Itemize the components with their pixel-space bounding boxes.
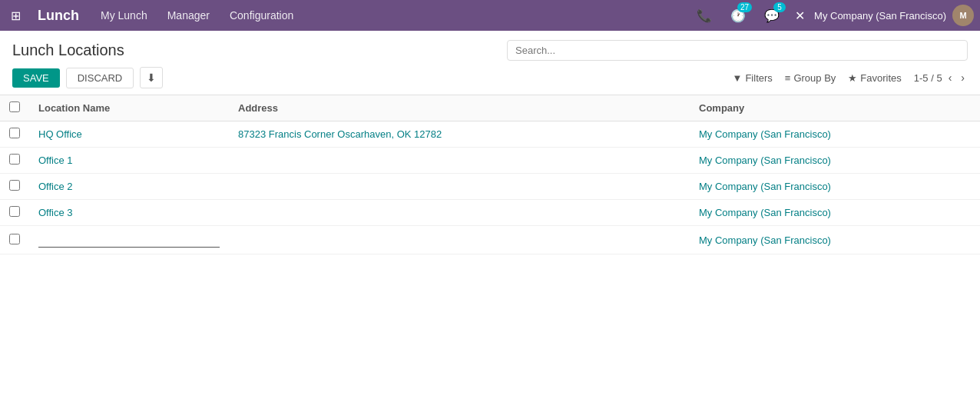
search-input[interactable] [507,40,968,61]
nav-configuration[interactable]: Configuration [220,3,303,28]
row-checkbox-cell [0,148,29,174]
notifications-btn[interactable]: 🕐 27 [724,5,752,26]
cell-location-name: Office 3 [29,200,229,226]
nav-manager[interactable]: Manager [158,3,219,28]
close-icon[interactable]: ✕ [792,5,808,26]
data-table: Location Name Address Company HQ Office … [0,95,980,254]
new-row-checkbox[interactable] [9,234,20,244]
table-row: Office 2 My Company (San Francisco) [0,174,980,200]
messages-btn[interactable]: 💬 5 [758,5,786,26]
prev-page-button[interactable]: ‹ [945,70,955,85]
company-link[interactable]: My Company (San Francisco) [699,155,831,166]
page-title: Lunch Locations [12,42,124,59]
groupby-button[interactable]: ≡ Group By [785,72,836,84]
cell-location-name: HQ Office [29,121,229,148]
avatar[interactable]: M [952,5,974,26]
table-row: Office 1 My Company (San Francisco) [0,148,980,174]
favorites-button[interactable]: ★ Favorites [848,72,901,84]
cell-address [229,174,690,200]
location-name-link[interactable]: HQ Office [38,128,82,140]
table-row: HQ Office 87323 Francis Corner Oscarhave… [0,121,980,148]
location-name-link[interactable]: Office 2 [38,181,73,192]
row-checkbox[interactable] [9,206,20,217]
table-row: Office 3 My Company (San Francisco) [0,200,980,226]
filter-icon: ▼ [733,72,743,84]
discard-button[interactable]: DISCARD [66,68,134,88]
new-row-company-link[interactable]: My Company (San Francisco) [699,234,831,246]
row-checkbox[interactable] [9,154,20,165]
grid-icon[interactable]: ⊞ [6,8,25,23]
download-button[interactable]: ⬇ [140,67,163,88]
new-location-name-input[interactable] [38,232,220,248]
cell-address [229,148,690,174]
phone-icon-btn[interactable]: 📞 [690,5,718,26]
notifications-badge: 27 [737,2,752,12]
cell-company: My Company (San Francisco) [690,148,980,174]
row-checkbox-cell [0,121,29,148]
main-content: Lunch Locations SAVE DISCARD ⬇ ▼ Filters… [0,31,980,399]
page-header: Lunch Locations [0,31,980,61]
topbar: ⊞ Lunch My Lunch Manager Configuration 📞… [0,0,980,31]
header-location-name: Location Name [29,95,229,121]
new-row-checkbox-cell [0,226,29,254]
header-address: Address [229,95,690,121]
cell-location-name: Office 1 [29,148,229,174]
row-checkbox-cell [0,200,29,226]
row-checkbox[interactable] [9,128,20,138]
cell-company: My Company (San Francisco) [690,200,980,226]
row-checkbox-cell [0,174,29,200]
header-company: Company [690,95,980,121]
nav-my-lunch[interactable]: My Lunch [91,3,157,28]
location-name-link[interactable]: Office 1 [38,155,73,166]
pagination: 1-5 / 5 ‹ › [914,70,968,85]
location-name-link[interactable]: Office 3 [38,207,73,218]
top-nav: My Lunch Manager Configuration [91,3,687,28]
header-checkbox-cell [0,95,29,121]
cell-location-name: Office 2 [29,174,229,200]
cell-address: 87323 Francis Corner Oscarhaven, OK 1278… [229,121,690,148]
new-row-name-cell [29,226,229,254]
groupby-icon: ≡ [785,72,791,84]
new-table-row: My Company (San Francisco) [0,226,980,254]
app-title: Lunch [28,8,88,24]
toolbar: SAVE DISCARD ⬇ ▼ Filters ≡ Group By ★ Fa… [0,61,980,95]
company-link[interactable]: My Company (San Francisco) [699,181,831,192]
topbar-right: 📞 🕐 27 💬 5 ✕ My Company (San Francisco) … [690,5,974,26]
next-page-button[interactable]: › [958,70,968,85]
company-link[interactable]: My Company (San Francisco) [699,128,831,140]
cell-company: My Company (San Francisco) [690,174,980,200]
messages-badge: 5 [773,2,786,12]
toolbar-right: ▼ Filters ≡ Group By ★ Favorites 1-5 / 5… [733,70,968,85]
save-button[interactable]: SAVE [12,68,60,88]
select-all-checkbox[interactable] [9,101,20,112]
new-row-address-cell [229,226,690,254]
cell-address [229,200,690,226]
company-link[interactable]: My Company (San Francisco) [699,207,831,218]
filters-button[interactable]: ▼ Filters [733,72,773,84]
pagination-info: 1-5 / 5 [914,72,942,84]
cell-company: My Company (San Francisco) [690,121,980,148]
company-label: My Company (San Francisco) [814,10,946,22]
new-row-company-cell: My Company (San Francisco) [690,226,980,254]
star-icon: ★ [848,72,857,84]
row-checkbox[interactable] [9,180,20,191]
address-link[interactable]: 87323 Francis Corner Oscarhaven, OK 1278… [238,128,442,140]
